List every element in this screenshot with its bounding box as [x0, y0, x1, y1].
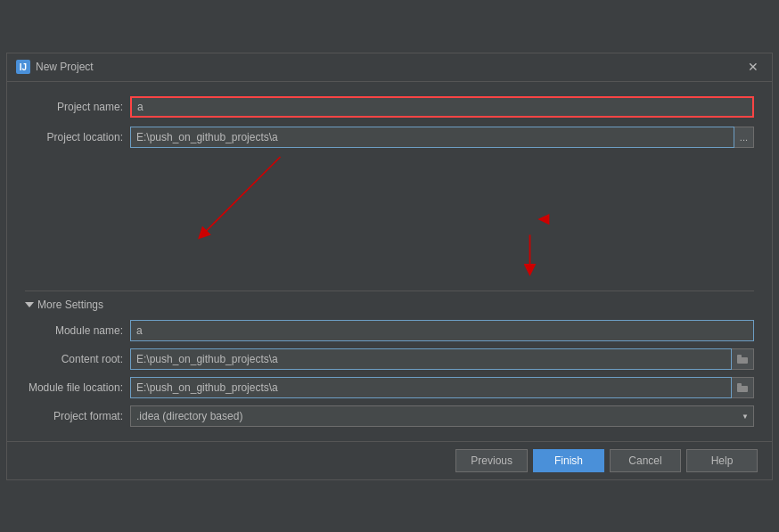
project-format-select[interactable]: .idea (directory based) .ipr (file based…: [130, 405, 754, 427]
help-button[interactable]: Help: [686, 449, 758, 472]
content-root-row: Content root:: [25, 348, 754, 370]
content-root-input[interactable]: [130, 348, 732, 370]
more-settings-fields: Module name: Content root: Module file: [25, 320, 754, 427]
close-button[interactable]: ✕: [743, 57, 763, 77]
cancel-button[interactable]: Cancel: [610, 449, 681, 472]
project-name-input[interactable]: [130, 96, 754, 118]
collapse-triangle-icon: [25, 302, 34, 307]
project-location-row: Project location: ...: [25, 127, 754, 148]
previous-button[interactable]: Previous: [455, 449, 528, 472]
module-name-row: Module name:: [25, 320, 754, 341]
svg-line-1: [202, 157, 281, 235]
more-settings-section: More Settings Module name: Content root:: [25, 291, 754, 427]
more-settings-header[interactable]: More Settings: [25, 299, 754, 311]
module-file-browse-button[interactable]: [732, 377, 754, 398]
module-file-field-group: [130, 377, 754, 398]
project-name-label: Project name:: [25, 101, 123, 113]
module-file-row: Module file location:: [25, 377, 754, 398]
module-name-label: Module name:: [25, 324, 123, 337]
module-name-input[interactable]: [130, 320, 754, 341]
project-format-label: Project format:: [25, 410, 123, 422]
content-root-field-group: [130, 348, 754, 370]
project-location-label: Project location:: [25, 131, 123, 143]
module-file-input[interactable]: [130, 377, 732, 398]
dialog-footer: Previous Finish Cancel Help: [7, 441, 772, 479]
svg-rect-7: [737, 383, 742, 387]
svg-rect-6: [737, 386, 748, 392]
module-file-label: Module file location:: [25, 381, 123, 394]
content-root-browse-button[interactable]: [732, 348, 754, 370]
finish-button[interactable]: Finish: [533, 449, 604, 472]
browse-button[interactable]: ...: [734, 127, 754, 148]
new-project-dialog: IJ New Project ✕ Project name: Project l…: [6, 53, 773, 480]
svg-rect-4: [737, 357, 748, 364]
app-icon: IJ: [16, 60, 30, 74]
project-format-row: Project format: .idea (directory based) …: [25, 405, 754, 427]
more-settings-label: More Settings: [37, 299, 103, 311]
project-format-select-wrapper: .idea (directory based) .ipr (file based…: [130, 405, 754, 427]
svg-rect-5: [737, 355, 742, 358]
project-location-input[interactable]: [130, 127, 734, 148]
title-bar-left: IJ New Project: [16, 60, 94, 74]
project-name-row: Project name:: [25, 96, 754, 118]
title-bar: IJ New Project ✕: [7, 53, 772, 82]
dialog-content: Project name: Project location: ...: [7, 82, 772, 441]
dialog-title: New Project: [36, 61, 94, 73]
project-location-field-group: ...: [130, 127, 754, 148]
content-root-label: Content root:: [25, 353, 123, 365]
spacer-area: [25, 157, 754, 282]
svg-marker-3: [537, 213, 549, 224]
